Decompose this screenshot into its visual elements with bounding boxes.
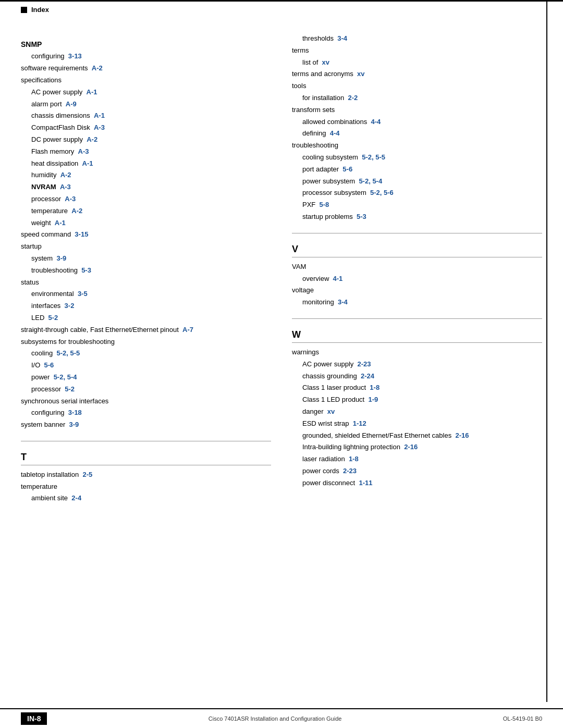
- entry-vam-overview: overview 4-1: [302, 274, 542, 285]
- right-border: [546, 0, 547, 702]
- content-area: SNMP configuring 3-13 software requireme…: [0, 18, 563, 536]
- link-list-xv[interactable]: xv: [322, 58, 329, 66]
- link-environmental-35[interactable]: 3-5: [78, 290, 88, 298]
- right-column: thresholds 3-4 terms list of xv terms an…: [292, 33, 542, 505]
- link-flash-a3[interactable]: A-3: [78, 147, 89, 155]
- entry-class-led: Class 1 LED product 1-9: [302, 394, 542, 405]
- entry-for-installation: for installation 2-2: [302, 93, 542, 104]
- entry-power-subsystem: power subsystem 5-2, 5-4: [302, 176, 542, 187]
- link-configuring-3-13[interactable]: 3-13: [68, 52, 82, 60]
- link-thresholds-34[interactable]: 3-4: [337, 34, 347, 42]
- entry-port-adapter: port adapter 5-6: [302, 164, 542, 175]
- link-straight-a7[interactable]: A-7: [182, 326, 193, 334]
- link-cooling-52-55[interactable]: 5-2, 5-5: [56, 349, 80, 357]
- entry-alarm-port: alarm port A-9: [31, 99, 271, 110]
- entry-speed-command: speed command 3-15: [21, 229, 271, 240]
- link-pxf-58[interactable]: 5-8: [320, 201, 329, 208]
- link-compactflash-a3[interactable]: A-3: [94, 124, 105, 131]
- entry-troubleshooting: troubleshooting: [292, 140, 542, 151]
- link-power-52-54[interactable]: 5-2, 5-4: [54, 373, 77, 381]
- entry-sync-serial: synchronous serial interfaces: [21, 396, 271, 407]
- link-laser-rad-18[interactable]: 1-8: [349, 455, 359, 463]
- link-processor-52[interactable]: 5-2: [65, 385, 75, 393]
- link-interfaces-32[interactable]: 3-2: [65, 302, 75, 310]
- link-vam-41[interactable]: 4-1: [333, 275, 343, 282]
- link-nvram-a3[interactable]: A-3: [60, 183, 71, 191]
- link-processor-a3[interactable]: A-3: [65, 195, 76, 203]
- entry-laser-radiation: laser radiation 1-8: [302, 454, 542, 465]
- entry-dc-power-supply: DC power supply A-2: [31, 134, 271, 145]
- link-io-56[interactable]: 5-6: [44, 361, 54, 369]
- top-bar-square-icon: [21, 7, 27, 13]
- entry-startup-troubleshooting: troubleshooting 5-3: [31, 265, 271, 276]
- entry-heat-dissipation: heat dissipation A-1: [31, 158, 271, 169]
- link-ambient-24[interactable]: 2-4: [71, 494, 81, 502]
- entry-chassis-dimensions: chassis dimensions A-1: [31, 110, 271, 121]
- link-chassis-dim-a1[interactable]: A-1: [94, 112, 105, 119]
- link-weight-a1[interactable]: A-1: [55, 219, 66, 227]
- link-chassis-224[interactable]: 2-24: [361, 372, 374, 380]
- entry-allowed-combinations: allowed combinations 4-4: [302, 117, 542, 128]
- link-intra-216[interactable]: 2-16: [404, 443, 418, 451]
- link-laser-18[interactable]: 1-8: [370, 384, 380, 391]
- link-terms-xv[interactable]: xv: [357, 70, 364, 78]
- entry-status: status: [21, 277, 271, 288]
- entry-vam: VAM: [292, 262, 542, 273]
- entry-power-sub: power 5-2, 5-4: [31, 372, 271, 383]
- link-port-adapter-56[interactable]: 5-6: [342, 165, 352, 173]
- link-ac-power-a1[interactable]: A-1: [87, 88, 97, 96]
- link-power-cords-223[interactable]: 2-23: [343, 467, 357, 475]
- page: Index SNMP configuring 3-13 software req…: [0, 0, 563, 728]
- link-led-52[interactable]: 5-2: [48, 314, 58, 322]
- bottom-bar: IN-8 Cisco 7401ASR Installation and Conf…: [0, 708, 563, 728]
- entry-power-cords: power cords 2-23: [302, 466, 542, 477]
- page-number: IN-8: [21, 712, 47, 725]
- entry-ac-power-warn: AC power supply 2-23: [302, 359, 542, 370]
- w-section-letter: W: [292, 329, 542, 343]
- link-defining-44[interactable]: 4-4: [330, 129, 340, 137]
- link-startup-53[interactable]: 5-3: [357, 213, 366, 220]
- link-temperature-a2[interactable]: A-2: [71, 207, 82, 215]
- link-troubleshooting-53[interactable]: 5-3: [81, 266, 91, 274]
- link-heat-a1[interactable]: A-1: [82, 159, 93, 167]
- entry-weight: weight A-1: [31, 218, 271, 229]
- entry-system-banner: system banner 3-9: [21, 419, 271, 430]
- entry-transform-sets: transform sets: [292, 105, 542, 116]
- link-proc-sub-52-56[interactable]: 5-2, 5-6: [370, 189, 394, 196]
- entry-voltage: voltage: [292, 285, 542, 296]
- link-grounded-216[interactable]: 2-16: [455, 431, 469, 439]
- link-humidity-a2[interactable]: A-2: [60, 171, 71, 179]
- link-danger-xv[interactable]: xv: [327, 408, 335, 415]
- entry-intra-building: Intra-building lightning protection 2-16: [302, 442, 542, 453]
- link-ac-warn-223[interactable]: 2-23: [358, 360, 371, 368]
- link-power-disc-111[interactable]: 1-11: [359, 479, 372, 487]
- entry-configuring: configuring 3-13: [31, 51, 271, 62]
- entry-io-sub: I/O 5-6: [31, 360, 271, 371]
- link-monitoring-34[interactable]: 3-4: [338, 298, 348, 306]
- link-power-sub-52-54[interactable]: 5-2, 5-4: [359, 177, 382, 185]
- entry-esd: ESD wrist strap 1-12: [302, 418, 542, 429]
- entry-danger: danger xv: [302, 406, 542, 417]
- link-speed-315[interactable]: 3-15: [75, 230, 88, 238]
- entry-defining: defining 4-4: [302, 128, 542, 139]
- entry-startup: startup: [21, 241, 271, 252]
- link-software-req-a2[interactable]: A-2: [92, 64, 103, 72]
- link-cooling-sub-52-55[interactable]: 5-2, 5-5: [362, 153, 385, 161]
- entry-humidity: humidity A-2: [31, 170, 271, 181]
- link-install-22[interactable]: 2-2: [348, 94, 358, 102]
- link-allowed-44[interactable]: 4-4: [371, 118, 381, 126]
- link-led-19[interactable]: 1-9: [368, 396, 378, 403]
- link-system-39[interactable]: 3-9: [56, 254, 66, 262]
- link-tabletop-25[interactable]: 2-5: [83, 471, 93, 478]
- entry-monitoring: monitoring 3-4: [302, 297, 542, 308]
- link-alarm-port-a9[interactable]: A-9: [66, 100, 77, 108]
- entry-cooling-subsystem: cooling subsystem 5-2, 5-5: [302, 152, 542, 163]
- link-dc-power-a2[interactable]: A-2: [87, 135, 97, 143]
- snmp-heading: SNMP: [21, 39, 271, 50]
- entry-cooling-sub: cooling 5-2, 5-5: [31, 348, 271, 359]
- entry-chassis-grounding: chassis grounding 2-24: [302, 371, 542, 382]
- link-sync-conf-318[interactable]: 3-18: [68, 409, 82, 416]
- link-system-banner-39[interactable]: 3-9: [69, 421, 79, 428]
- link-esd-112[interactable]: 1-12: [353, 419, 366, 427]
- footer-title: Cisco 7401ASR Installation and Configura…: [47, 715, 503, 722]
